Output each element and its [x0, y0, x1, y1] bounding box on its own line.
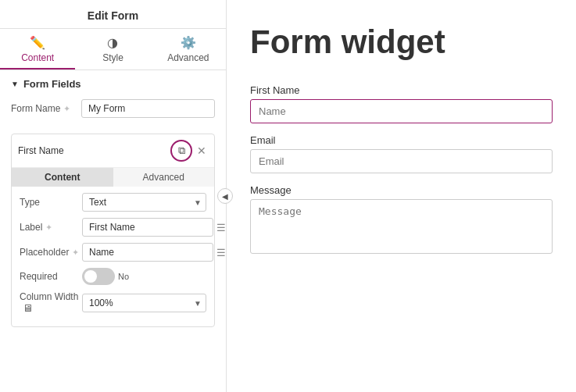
tab-content-label: Content: [21, 52, 54, 63]
align-icon[interactable]: ☰: [216, 222, 226, 233]
first-name-card: First Name ⧉ ✕ Content Advanced Type Tex…: [11, 134, 215, 327]
section-title: Form Fields: [23, 78, 81, 90]
required-toggle[interactable]: [82, 268, 115, 285]
field-card-header: First Name ⧉ ✕: [12, 134, 214, 168]
label-row: Label ✦ ☰: [20, 218, 206, 237]
preview-email-label: Email: [250, 134, 553, 146]
form-fields-section: ▼ Form Fields Form Name ✦: [0, 70, 226, 134]
label-input-wrap: ☰: [82, 218, 226, 237]
advanced-tab-icon: ⚙️: [181, 35, 196, 50]
type-select-wrap: Text Email Number Tel URL ▼: [82, 193, 206, 212]
required-toggle-wrap: No: [82, 268, 129, 285]
preview-first-name-label: First Name: [250, 84, 553, 96]
form-name-input[interactable]: [81, 99, 215, 118]
tab-style-label: Style: [102, 52, 123, 63]
content-tab-icon: ✏️: [30, 35, 45, 50]
preview-email-input[interactable]: [250, 149, 553, 173]
column-width-row: Column Width 🖥 100% 50% 33% 25% ▼: [20, 291, 206, 314]
tab-content[interactable]: ✏️ Content: [0, 29, 75, 69]
placeholder-row: Placeholder ✦ ☰: [20, 243, 206, 262]
column-width-label: Column Width 🖥: [20, 291, 82, 314]
toggle-slider: [82, 268, 115, 285]
preview-message-textarea[interactable]: [250, 199, 553, 254]
required-label: Required: [20, 271, 82, 282]
column-width-select-wrap: 100% 50% 33% 25% ▼: [82, 294, 206, 312]
required-row: Required No: [20, 268, 206, 285]
card-tab-content[interactable]: Content: [12, 168, 113, 187]
right-panel: ◀ Form widget First Name Email Message: [227, 0, 576, 392]
placeholder-input[interactable]: [82, 243, 213, 262]
collapse-arrow-icon: ◀: [222, 192, 228, 201]
placeholder-align-icon[interactable]: ☰: [216, 247, 226, 258]
preview-first-name-input[interactable]: [250, 99, 553, 123]
tab-advanced-label: Advanced: [167, 52, 209, 63]
close-button[interactable]: ✕: [195, 144, 208, 157]
field-card-title: First Name: [18, 145, 170, 156]
preview-email-group: Email: [250, 134, 553, 173]
card-toggle-tabs: Content Advanced: [12, 168, 214, 187]
label-input[interactable]: [82, 218, 213, 237]
form-widget-title: Form widget: [250, 23, 553, 61]
type-row: Type Text Email Number Tel URL ▼: [20, 193, 206, 212]
type-label: Type: [20, 197, 82, 208]
copy-icon: ⧉: [178, 144, 185, 157]
card-body: Type Text Email Number Tel URL ▼ Label: [12, 187, 214, 326]
section-header: ▼ Form Fields: [11, 78, 215, 90]
monitor-icon: 🖥: [23, 302, 33, 314]
collapse-panel-button[interactable]: ◀: [217, 188, 233, 204]
preview-first-name-group: First Name: [250, 84, 553, 123]
form-name-row: Form Name ✦: [11, 99, 215, 118]
section-arrow-icon: ▼: [11, 80, 19, 88]
tab-advanced[interactable]: ⚙️ Advanced: [151, 29, 226, 69]
label-label: Label ✦: [20, 222, 82, 233]
column-width-select[interactable]: 100% 50% 33% 25%: [82, 294, 206, 312]
form-preview: First Name Email Message: [250, 84, 553, 254]
card-tab-advanced[interactable]: Advanced: [113, 168, 215, 187]
required-toggle-label: No: [118, 272, 129, 281]
form-name-label: Form Name ✦: [11, 103, 81, 114]
panel-title: Edit Form: [0, 0, 226, 29]
close-icon: ✕: [197, 144, 206, 157]
dynamic-icon: ✦: [63, 104, 70, 114]
preview-message-label: Message: [250, 184, 553, 196]
preview-message-group: Message: [250, 184, 553, 254]
label-dynamic-icon: ✦: [45, 223, 52, 232]
tabs-bar: ✏️ Content ◑ Style ⚙️ Advanced: [0, 29, 226, 70]
copy-button[interactable]: ⧉: [170, 140, 192, 162]
type-select[interactable]: Text Email Number Tel URL: [82, 193, 206, 212]
placeholder-dynamic-icon: ✦: [72, 248, 79, 257]
left-panel: Edit Form ✏️ Content ◑ Style ⚙️ Advanced…: [0, 0, 227, 392]
placeholder-input-wrap: ☰: [82, 243, 226, 262]
placeholder-label: Placeholder ✦: [20, 247, 82, 258]
style-tab-icon: ◑: [107, 35, 118, 50]
tab-style[interactable]: ◑ Style: [75, 29, 150, 69]
